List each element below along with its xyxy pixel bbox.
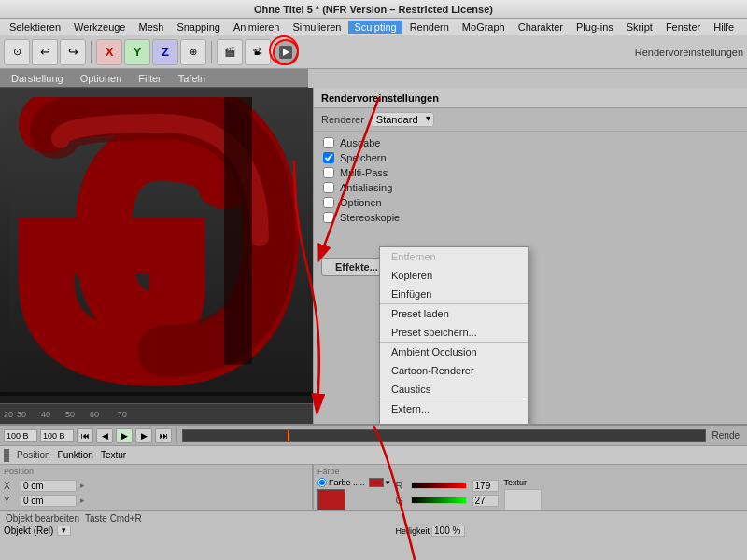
coord-x-row: X ▸ [4,478,308,493]
checkbox-ausgabe[interactable] [323,137,334,148]
anim-btn-3[interactable] [273,39,299,65]
dropdown-caustics[interactable]: Caustics [380,380,528,399]
checkbox-multipass[interactable] [323,167,334,178]
menu-mesh[interactable]: Mesh [133,21,169,34]
attributes-bar: Position Funktion Textur [0,446,747,465]
fps-input-1[interactable] [4,429,37,442]
color-dropdown-arrow[interactable]: ▾ [386,478,390,487]
sub-tafeln[interactable]: Tafeln [171,72,213,85]
menu-hilfe[interactable]: Hilfe [708,21,740,34]
coord-panel-title: Position [4,467,308,476]
rendervoreinstellungen-label: Rendervoreinstellungen [635,47,743,58]
menu-mograph[interactable]: MoGraph [457,21,511,34]
setting-stereoskopie: Stereoskopie [314,210,747,225]
play-btn[interactable]: ▶ [116,428,133,443]
setting-antialiasing: Antialiasing [314,180,747,195]
label-speichern[interactable]: Speichern [340,152,387,163]
color-r-input[interactable] [472,480,499,492]
sub-optionen[interactable]: Optionen [73,72,130,85]
redo-btn[interactable]: ↪ [60,39,86,65]
shortcut-text: Taste Cmd+R [85,513,142,524]
rende-label: Rende [709,430,743,441]
checkbox-optionen[interactable] [323,197,334,208]
dropdown-extern[interactable]: Extern... [380,399,528,418]
x-axis-btn[interactable]: X [96,39,122,65]
funktion-tab[interactable]: Funktion [58,450,93,460]
label-optionen[interactable]: Optionen [340,197,382,208]
render-panel-header: Rendervoreinstellungen [314,88,747,108]
coord-y-label: Y [4,496,17,506]
color-radio-row: Farbe ..... ▾ [317,478,390,487]
menu-skript[interactable]: Skript [621,21,658,34]
menu-selektieren[interactable]: Selektieren [4,21,66,34]
z-axis-btn[interactable]: Z [152,39,178,65]
menu-werkzeuge[interactable]: Werkzeuge [68,21,131,34]
renderer-select[interactable]: Standard [370,112,434,127]
color-radio[interactable] [317,478,327,487]
prev-frame-btn[interactable]: ◀ [96,428,113,443]
setting-multipass: Multi-Pass [314,165,747,180]
menu-layout[interactable]: Layout: [741,21,747,34]
textur-tab[interactable]: Textur [101,450,126,460]
menu-animieren[interactable]: Animieren [228,21,286,34]
color-r-slider[interactable] [411,482,467,489]
toolbar-btn-1[interactable]: ⊙ [4,39,30,65]
dropdown-preset-laden[interactable]: Preset laden [380,304,528,323]
y-axis-btn[interactable]: Y [124,39,150,65]
renderer-row: Renderer Standard [314,108,747,132]
renderer-select-wrap[interactable]: Standard [370,112,434,127]
separator-1 [91,41,92,63]
anim-btn-2[interactable]: 📽 [245,39,271,65]
menu-rendern[interactable]: Rendern [404,21,455,34]
label-multipass[interactable]: Multi-Pass [340,167,388,178]
skip-end-btn[interactable]: ⏭ [155,428,172,443]
checkbox-stereoskopie[interactable] [323,212,334,223]
coord-x-input[interactable] [21,480,77,492]
render-icon [278,45,293,60]
dropdown-cartoon-renderer[interactable]: Cartoon-Renderer [380,361,528,380]
anim-btn-1[interactable]: 🎬 [217,39,243,65]
next-frame-btn[interactable]: ▶ [135,428,152,443]
status-bar: Objekt bearbeiten Taste Cmd+R [0,510,747,526]
skip-start-btn[interactable]: ⏮ [77,428,93,443]
color-g-row: G [396,493,499,508]
label-antialiasing[interactable]: Antialiasing [340,182,392,193]
dropdown-kopieren[interactable]: Kopieren [380,266,528,285]
dropdown-farb-mapping[interactable]: Farb-Mapping [380,418,528,424]
color-g-slider[interactable] [411,497,467,504]
label-ausgabe[interactable]: Ausgabe [340,137,380,148]
undo-btn[interactable]: ↩ [32,39,58,65]
sub-toolbar: Darstellung Optionen Filter Tafeln [0,69,308,88]
sub-filter[interactable]: Filter [131,72,168,85]
menu-plugins[interactable]: Plug-ins [571,21,619,34]
dropdown-entfernen: Entfernen [380,247,528,266]
label-stereoskopie[interactable]: Stereoskopie [340,212,400,223]
timeline-tick-70: 70 [114,410,131,419]
menu-fenster[interactable]: Fenster [660,21,706,34]
farbe-radio-label: Farbe ..... [329,478,365,487]
menu-sculpting[interactable]: Sculpting [348,21,402,34]
menu-simulieren[interactable]: Simulieren [287,21,346,34]
timeline-tick-60: 60 [90,410,114,419]
dropdown-preset-speichern[interactable]: Preset speichern... [380,323,528,342]
timeline-scrubber[interactable] [182,429,706,442]
fps-input-2[interactable] [40,429,74,442]
dropdown-ambient-occlusion[interactable]: Ambient Occlusion [380,343,528,361]
menu-charakter[interactable]: Charakter [513,21,569,34]
obj-rel-label: Objekt (Rel) [4,525,53,536]
menu-snapping[interactable]: Snapping [171,21,226,34]
renderer-label: Renderer [321,114,364,125]
checkbox-speichern[interactable] [323,152,334,163]
coord-y-input[interactable] [21,495,77,507]
color-r-label: R [396,480,405,491]
playback-bar: ⏮ ◀ ▶ ▶ ⏭ Rende [0,426,747,446]
world-btn[interactable]: ⊕ [180,39,206,65]
dropdown-einfuegen[interactable]: Einfügen [380,285,528,303]
farbe-title: Farbe [317,467,743,476]
viewport-background [0,88,313,424]
svg-rect-3 [224,97,252,365]
color-g-input[interactable] [472,495,499,507]
status-text: Objekt bearbeiten [6,513,79,524]
checkbox-antialiasing[interactable] [323,182,334,193]
sub-darstellung[interactable]: Darstellung [4,72,71,85]
